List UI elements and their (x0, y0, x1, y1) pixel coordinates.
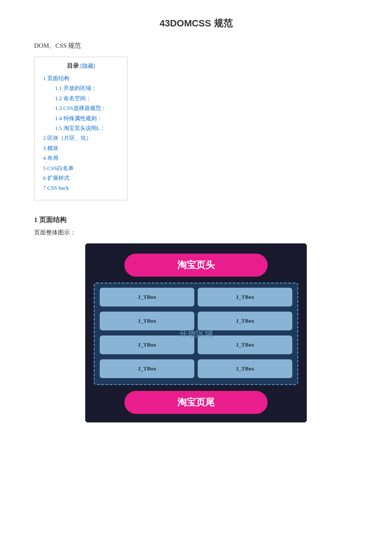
toc-item-5[interactable]: 5 CSS白名单 (43, 163, 119, 173)
page-subtitle: DOM、CSS 规范 (34, 42, 358, 50)
toc-item-1[interactable]: 1 页面结构 (43, 73, 119, 83)
diagram-inner: www.bdocx.com 淘宝页头 .tb-shop .J_TRegi on … (85, 243, 307, 422)
tbox-6: J_TBox (198, 335, 292, 354)
section1-heading: 1 页面结构 (34, 216, 358, 225)
diagram-footer-bar: 淘宝页尾 (124, 391, 268, 414)
toc-label: 目录 (67, 63, 79, 69)
toc-title: 目录 [隐藏] (43, 62, 119, 70)
tbox-1: J_TBox (100, 288, 194, 306)
toc-item-7[interactable]: 7 CSS hack (43, 183, 119, 193)
toc-item-3[interactable]: 3 模块 (43, 143, 119, 153)
section1-desc: 页面整体图示： (34, 229, 358, 237)
toc-item-1-4[interactable]: 1.4 特殊属性规则： (55, 113, 119, 123)
toc-item-1-3[interactable]: 1.3 CSS选择器规范： (55, 103, 119, 113)
toc-item-6[interactable]: 6 扩展样式 (43, 173, 119, 183)
tbox-2: J_TBox (198, 288, 292, 306)
toc-item-1-1[interactable]: 1.1 开放的区域： (55, 83, 119, 93)
inner-tbox-grid: 开放区域 J_TBox J_TBox J_TBox J_TBox J_TBox … (94, 283, 298, 385)
toc-item-1-2[interactable]: 1.2 命名空间： (55, 93, 119, 103)
toc-item-1-5[interactable]: 1.5 淘宝页头说明L： (55, 123, 119, 133)
tbox-8: J_TBox (198, 359, 292, 378)
page-title: 43DOMCSS 规范 (34, 17, 358, 30)
tbox-4: J_TBox (198, 312, 292, 330)
toc-item-2[interactable]: 2 区块（片区、坑） (43, 133, 119, 143)
diagram-container: www.bdocx.com 淘宝页头 .tb-shop .J_TRegi on … (85, 243, 307, 422)
diagram-header-bar: 淘宝页头 (124, 254, 268, 277)
diagram-wrapper: www.bdocx.com 淘宝页头 .tb-shop .J_TRegi on … (34, 243, 358, 422)
tbox-5: J_TBox (100, 335, 194, 354)
toc-hide-link[interactable]: [隐藏] (80, 63, 95, 69)
tbox-7: J_TBox (100, 359, 194, 378)
tbox-3: J_TBox (100, 312, 194, 330)
toc-box: 目录 [隐藏] 1 页面结构 1.1 开放的区域： 1.2 命名空间： 1.3 … (34, 57, 128, 200)
toc-item-4[interactable]: 4 布局 (43, 153, 119, 163)
